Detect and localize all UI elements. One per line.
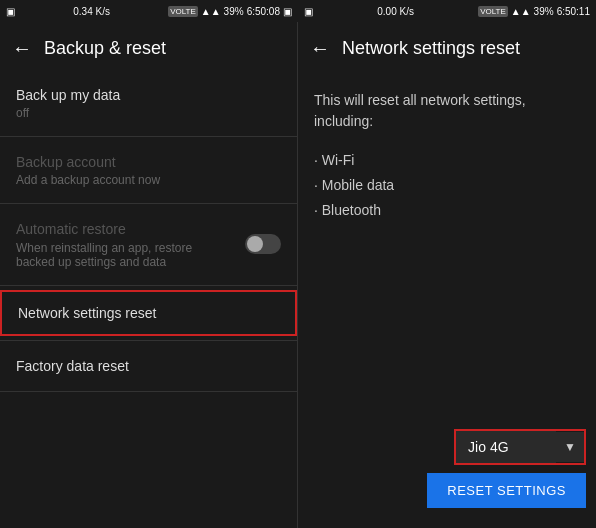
status-bar: ▣ 0.34 K/s VOLTE ▲▲ 39% 6:50:08 ▣ ▣ 0.00…: [0, 0, 596, 22]
right-panel-title: Network settings reset: [342, 38, 520, 59]
sim-icon-left: ▣: [283, 6, 292, 17]
right-content: This will reset all network settings, in…: [298, 74, 596, 240]
back-button-left[interactable]: ←: [12, 37, 32, 60]
notification-icon-left: ▣: [6, 6, 15, 17]
bluetooth-item: · Bluetooth: [314, 198, 580, 223]
divider-4: [0, 340, 297, 341]
factory-reset-title: Factory data reset: [16, 357, 281, 375]
backup-data-item[interactable]: Back up my data off: [0, 74, 297, 132]
battery-left: 39%: [224, 6, 244, 17]
signal-left: ▲▲: [201, 6, 221, 17]
auto-restore-text: Automatic restore When reinstalling an a…: [16, 220, 226, 268]
backup-account-subtitle: Add a backup account now: [16, 173, 281, 187]
reset-settings-button[interactable]: RESET SETTINGS: [427, 473, 586, 508]
signal-right: ▲▲: [511, 6, 531, 17]
auto-restore-title: Automatic restore: [16, 220, 226, 238]
backup-account-item[interactable]: Backup account Add a backup account now: [0, 141, 297, 199]
left-toolbar: ← Backup & reset: [0, 22, 297, 74]
auto-restore-subtitle: When reinstalling an app, restore backed…: [16, 241, 226, 269]
time-left: 6:50:08: [247, 6, 280, 17]
status-bar-left: ▣ 0.34 K/s VOLTE ▲▲ 39% 6:50:08 ▣: [0, 0, 298, 22]
mobile-data-item: · Mobile data: [314, 173, 580, 198]
status-bar-right: ▣ 0.00 K/s VOLTE ▲▲ 39% 6:50:11: [298, 0, 596, 22]
dropdown-arrow-icon: ▼: [556, 432, 584, 462]
backup-account-title: Backup account: [16, 153, 281, 171]
status-icons-right: VOLTE ▲▲ 39% 6:50:11: [478, 6, 590, 17]
volte-badge-left: VOLTE: [168, 6, 198, 17]
auto-restore-row: Automatic restore When reinstalling an a…: [16, 220, 281, 268]
network-reset-description: This will reset all network settings, in…: [314, 90, 580, 132]
divider-2: [0, 203, 297, 204]
auto-restore-toggle[interactable]: [245, 234, 281, 254]
battery-right: 39%: [534, 6, 554, 17]
divider-1: [0, 136, 297, 137]
right-bottom-actions: Jio 4G ▼ RESET SETTINGS: [427, 429, 586, 508]
back-button-right[interactable]: ←: [310, 37, 330, 60]
status-icons-left: VOLTE ▲▲ 39% 6:50:08 ▣: [168, 6, 292, 17]
left-panel: ← Backup & reset Back up my data off Bac…: [0, 0, 298, 528]
network-items-list: · Wi-Fi · Mobile data · Bluetooth: [314, 148, 580, 224]
factory-reset-item[interactable]: Factory data reset: [0, 345, 297, 387]
left-panel-title: Backup & reset: [44, 38, 166, 59]
volte-badge-right: VOLTE: [478, 6, 508, 17]
notification-icon-right: ▣: [304, 6, 313, 17]
wifi-item: · Wi-Fi: [314, 148, 580, 173]
backup-data-title: Back up my data: [16, 86, 281, 104]
network-reset-item[interactable]: Network settings reset: [0, 290, 297, 336]
right-toolbar: ← Network settings reset: [298, 22, 596, 74]
sim-dropdown-container: Jio 4G ▼: [454, 429, 586, 465]
settings-list: Back up my data off Backup account Add a…: [0, 74, 297, 392]
time-right: 6:50:11: [557, 6, 590, 17]
auto-restore-item[interactable]: Automatic restore When reinstalling an a…: [0, 208, 297, 280]
right-panel: ← Network settings reset This will reset…: [298, 0, 596, 528]
sim-dropdown[interactable]: Jio 4G: [456, 431, 556, 463]
divider-3: [0, 285, 297, 286]
network-speed-right: 0.00 K/s: [377, 6, 414, 17]
backup-data-subtitle: off: [16, 106, 281, 120]
network-speed-left: 0.34 K/s: [73, 6, 110, 17]
divider-5: [0, 391, 297, 392]
network-reset-title: Network settings reset: [18, 304, 279, 322]
